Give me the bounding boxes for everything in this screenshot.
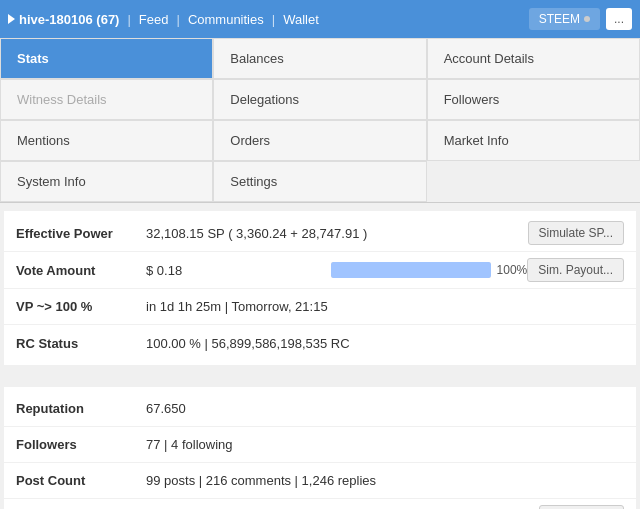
stats-row-rc-status: RC Status 100.00 % | 56,899,586,198,535 … <box>4 325 636 361</box>
stats-row-reputation: Reputation 67.650 <box>4 391 636 427</box>
post-count-value: 99 posts | 216 comments | 1,246 replies <box>146 473 624 488</box>
steem-label: STEEM <box>539 12 580 26</box>
inc-votes-button[interactable]: Inc. Votes... <box>539 505 624 509</box>
vp-label: VP ~> 100 % <box>16 299 146 314</box>
menu-item-settings[interactable]: Settings <box>213 161 426 202</box>
nav-feed[interactable]: Feed <box>139 12 169 27</box>
top-nav: hive-180106 (67) | Feed | Communities | … <box>0 0 640 38</box>
menu-item-system-info[interactable]: System Info <box>0 161 213 202</box>
stats-row-vp: VP ~> 100 % in 1d 1h 25m | Tomorrow, 21:… <box>4 289 636 325</box>
stats-row-effective-power: Effective Power 32,108.15 SP ( 3,360.24 … <box>4 215 636 252</box>
reputation-label: Reputation <box>16 401 146 416</box>
section-gap <box>0 373 640 379</box>
nav-separator-3: | <box>272 12 275 27</box>
rc-status-value: 100.00 % | 56,899,586,198,535 RC <box>146 336 624 351</box>
nav-separator-2: | <box>176 12 179 27</box>
vote-amount-value: $ 0.18 <box>146 263 325 278</box>
menu-item-followers[interactable]: Followers <box>427 79 640 120</box>
vote-pct: 100% <box>497 263 528 277</box>
sim-payout-button[interactable]: Sim. Payout... <box>527 258 624 282</box>
steem-dot-icon <box>584 16 590 22</box>
menu-item-mentions[interactable]: Mentions <box>0 120 213 161</box>
menu-item-market-info[interactable]: Market Info <box>427 120 640 161</box>
menu-item-balances[interactable]: Balances <box>213 38 426 79</box>
rc-status-label: RC Status <box>16 336 146 351</box>
simulate-sp-action: Simulate SP... <box>528 221 624 245</box>
followers-value: 77 | 4 following <box>146 437 624 452</box>
stats-section-1: Effective Power 32,108.15 SP ( 3,360.24 … <box>4 211 636 365</box>
stats-row-followers: Followers 77 | 4 following <box>4 427 636 463</box>
menu-item-orders[interactable]: Orders <box>213 120 426 161</box>
stats-row-vote-amount: Vote Amount $ 0.18 100% Sim. Payout... <box>4 252 636 289</box>
reputation-value: 67.650 <box>146 401 624 416</box>
steem-button[interactable]: STEEM <box>529 8 600 30</box>
nav-separator-1: | <box>127 12 130 27</box>
inc-votes-action: Inc. Votes... <box>539 505 624 509</box>
stats-section-2: Reputation 67.650 Followers 77 | 4 follo… <box>4 387 636 509</box>
site-name: hive-180106 (67) <box>19 12 119 27</box>
vp-value: in 1d 1h 25m | Tomorrow, 21:15 <box>146 299 624 314</box>
menu-item-empty <box>427 161 640 202</box>
menu-grid: Stats Balances Account Details Witness D… <box>0 38 640 203</box>
more-button[interactable]: ... <box>606 8 632 30</box>
vote-amount-label: Vote Amount <box>16 263 146 278</box>
vote-bar-container: $ 0.18 100% <box>146 262 527 278</box>
post-count-label: Post Count <box>16 473 146 488</box>
vote-bar-fill <box>331 262 491 278</box>
stats-row-post-count: Post Count 99 posts | 216 comments | 1,2… <box>4 463 636 499</box>
site-logo[interactable]: hive-180106 (67) <box>8 12 119 27</box>
followers-label: Followers <box>16 437 146 452</box>
sim-payout-action: Sim. Payout... <box>527 258 624 282</box>
menu-item-witness-details[interactable]: Witness Details <box>0 79 213 120</box>
effective-power-value: 32,108.15 SP ( 3,360.24 + 28,747.91 ) <box>146 226 528 241</box>
nav-right: STEEM ... <box>529 8 632 30</box>
nav-communities[interactable]: Communities <box>188 12 264 27</box>
effective-power-label: Effective Power <box>16 226 146 241</box>
stats-row-vote-count: Vote Count 3,500 upvotes | 3,791 upvotes… <box>4 499 636 509</box>
simulate-sp-button[interactable]: Simulate SP... <box>528 221 624 245</box>
menu-item-delegations[interactable]: Delegations <box>213 79 426 120</box>
nav-wallet[interactable]: Wallet <box>283 12 319 27</box>
logo-triangle-icon <box>8 14 15 24</box>
menu-item-account-details[interactable]: Account Details <box>427 38 640 79</box>
menu-item-stats[interactable]: Stats <box>0 38 213 79</box>
vote-bar <box>331 262 491 278</box>
